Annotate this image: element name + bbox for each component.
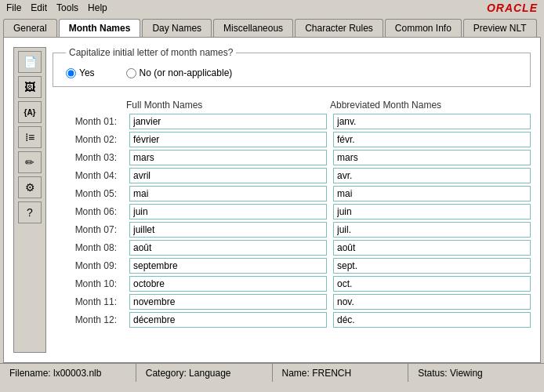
month-label: Month 06:: [53, 206, 123, 217]
month-label: Month 10:: [53, 278, 123, 289]
menu-bar: File Edit Tools Help ORACLE: [0, 0, 544, 16]
tab-preview-nlt[interactable]: Preview NLT: [463, 19, 537, 37]
month-full-input-3[interactable]: [129, 150, 327, 165]
status-filename: Filename: lx00003.nlb: [0, 364, 136, 382]
month-full-input-1[interactable]: [129, 114, 327, 129]
month-full-input-11[interactable]: [129, 294, 327, 310]
radio-no-option[interactable]: No (or non-applicable): [126, 67, 233, 78]
month-label: Month 07:: [53, 224, 123, 235]
tab-miscellaneous[interactable]: Miscellaneous: [213, 19, 293, 37]
capitalize-group: Capitalize initial letter of month names…: [53, 47, 531, 87]
month-abbr-input-7[interactable]: [333, 222, 531, 238]
month-abbr-input-3[interactable]: [333, 150, 531, 165]
table-row: Month 04:: [53, 168, 531, 183]
table-row: Month 02:: [53, 132, 531, 147]
month-label: Month 12:: [53, 314, 123, 325]
month-abbr-input-8[interactable]: [333, 240, 531, 256]
month-label: Month 04:: [53, 170, 123, 181]
month-abbr-input-10[interactable]: [333, 276, 531, 292]
month-full-input-8[interactable]: [129, 240, 327, 256]
status-bar: Filename: lx00003.nlb Category: Language…: [0, 363, 544, 382]
menu-help[interactable]: Help: [88, 2, 107, 13]
month-label: Month 11:: [53, 296, 123, 307]
tab-common-info[interactable]: Common Info: [385, 19, 462, 37]
month-full-input-5[interactable]: [129, 186, 327, 201]
document-icon[interactable]: 📄: [18, 51, 42, 73]
month-label: Month 09:: [53, 260, 123, 271]
radio-yes[interactable]: [66, 68, 76, 78]
month-label: Month 05:: [53, 188, 123, 199]
status-status: Status: Viewing: [408, 364, 544, 382]
table-row: Month 01:: [53, 114, 531, 129]
month-label: Month 02:: [53, 134, 123, 145]
month-full-input-4[interactable]: [129, 168, 327, 183]
month-full-input-10[interactable]: [129, 276, 327, 292]
month-abbr-input-4[interactable]: [333, 168, 531, 183]
month-label: Month 03:: [53, 152, 123, 163]
edit-icon[interactable]: ✏: [18, 151, 42, 173]
month-full-input-7[interactable]: [129, 222, 327, 238]
status-name: Name: FRENCH: [273, 364, 409, 382]
sidebar: 📄 🖼 {A} ⁞≡ ✏ ⚙ ?: [13, 47, 46, 353]
status-category: Category: Language: [136, 364, 273, 382]
radio-no[interactable]: [126, 68, 136, 78]
table-row: Month 07:: [53, 222, 531, 238]
menu-tools[interactable]: Tools: [56, 2, 78, 13]
month-table-wrapper: Full Month Names Abbreviated Month Names…: [53, 100, 531, 353]
month-abbr-input-1[interactable]: [333, 114, 531, 129]
table-row: Month 05:: [53, 186, 531, 201]
month-abbr-input-12[interactable]: [333, 312, 531, 328]
table-row: Month 12:: [53, 312, 531, 328]
full-month-header: Full Month Names: [123, 100, 327, 111]
table-row: Month 08:: [53, 240, 531, 256]
table-row: Month 03:: [53, 150, 531, 165]
menu-edit[interactable]: Edit: [31, 2, 47, 13]
content-area: Capitalize initial letter of month names…: [53, 47, 531, 353]
month-rows-container: Month 01:Month 02:Month 03:Month 04:Mont…: [53, 114, 531, 328]
table-row: Month 10:: [53, 276, 531, 292]
month-full-input-9[interactable]: [129, 258, 327, 274]
month-abbr-input-2[interactable]: [333, 132, 531, 147]
radio-yes-option[interactable]: Yes: [66, 67, 95, 78]
table-row: Month 09:: [53, 258, 531, 274]
tab-month-names[interactable]: Month Names: [59, 19, 141, 37]
settings-icon[interactable]: ⚙: [18, 176, 42, 198]
table-row: Month 11:: [53, 294, 531, 310]
tab-bar: General Month Names Day Names Miscellane…: [0, 16, 544, 37]
month-abbr-input-6[interactable]: [333, 204, 531, 220]
abbreviated-month-header: Abbreviated Month Names: [327, 100, 531, 111]
radio-yes-label: Yes: [79, 67, 95, 78]
month-label: Month 08:: [53, 242, 123, 253]
month-abbr-input-9[interactable]: [333, 258, 531, 274]
month-full-input-2[interactable]: [129, 132, 327, 147]
menu-file[interactable]: File: [6, 2, 21, 13]
tab-day-names[interactable]: Day Names: [142, 19, 212, 37]
month-column-headers: Full Month Names Abbreviated Month Names: [53, 100, 531, 111]
month-label: Month 01:: [53, 116, 123, 127]
image-icon[interactable]: 🖼: [18, 76, 42, 98]
code-icon[interactable]: {A}: [18, 101, 42, 123]
oracle-logo: ORACLE: [487, 2, 538, 14]
month-abbr-input-11[interactable]: [333, 294, 531, 310]
radio-no-label: No (or non-applicable): [140, 67, 233, 78]
month-abbr-input-5[interactable]: [333, 186, 531, 201]
tab-general[interactable]: General: [3, 19, 57, 37]
radio-row: Yes No (or non-applicable): [66, 67, 517, 78]
tab-character-rules[interactable]: Character Rules: [295, 19, 383, 37]
table-row: Month 06:: [53, 204, 531, 220]
capitalize-legend: Capitalize initial letter of month names…: [66, 47, 236, 58]
list-icon[interactable]: ⁞≡: [18, 126, 42, 148]
menu-items: File Edit Tools Help: [6, 2, 107, 13]
month-full-input-12[interactable]: [129, 312, 327, 328]
help-icon[interactable]: ?: [18, 201, 42, 223]
month-full-input-6[interactable]: [129, 204, 327, 220]
main-content: 📄 🖼 {A} ⁞≡ ✏ ⚙ ? Capitalize initial lett…: [3, 37, 541, 363]
